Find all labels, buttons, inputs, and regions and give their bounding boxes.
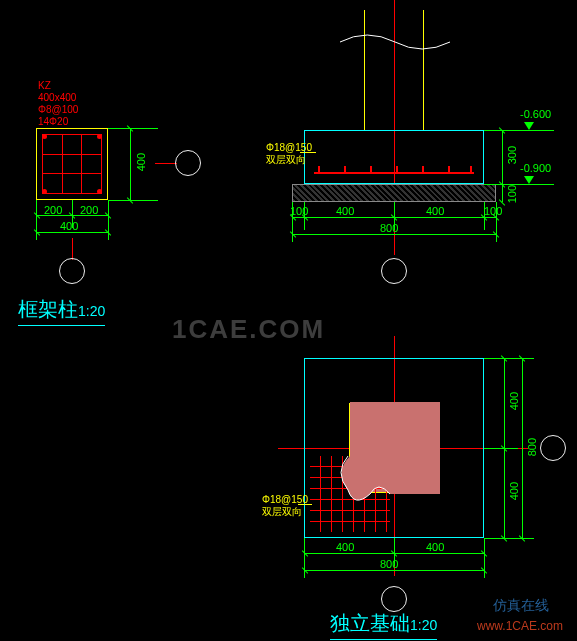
plan-dim-h2: 400 [426, 541, 444, 553]
grid-bubble [175, 150, 201, 176]
grid-bubble [381, 586, 407, 612]
column-outline [36, 128, 108, 200]
col-dim-h1: 200 [44, 204, 62, 216]
plan-dim-v1: 400 [508, 392, 520, 410]
sec-dim-l: 100 [290, 205, 308, 217]
sec-dim-v1: 300 [506, 146, 518, 164]
section-rebar-note: Φ18@150 双层双向 [266, 142, 312, 167]
sec-dim-m2: 400 [426, 205, 444, 217]
column-elevation [364, 10, 424, 130]
plan-rebar-note: Φ18@150 双层双向 [262, 494, 308, 519]
footing-section [304, 130, 484, 184]
column-label: KZ 400x400 Φ8@100 14Φ20 [38, 80, 78, 128]
watermark: 1CAE.COM [172, 314, 325, 345]
cad-viewport[interactable]: KZ 400x400 Φ8@100 14Φ20 400 200 200 400 [0, 0, 577, 641]
sec-dim-tot: 800 [380, 222, 398, 234]
bedding-layer [292, 184, 496, 202]
bottom-rebar [314, 172, 474, 174]
plan-title: 独立基础1:20 [330, 610, 437, 640]
break-mask [310, 402, 490, 538]
grid-bubble [381, 258, 407, 284]
sec-dim-r: 100 [484, 205, 502, 217]
col-dim-h2: 200 [80, 204, 98, 216]
sec-dim-m1: 400 [336, 205, 354, 217]
col-dim-v: 400 [135, 153, 147, 171]
grid-bubble [540, 435, 566, 461]
plan-dim-h1: 400 [336, 541, 354, 553]
col-dim-htot: 400 [60, 220, 78, 232]
sec-dim-v2: 100 [506, 185, 518, 203]
watermark-url: www.1CAE.com [477, 619, 563, 633]
stirrup-outline [42, 134, 102, 194]
column-title: 框架柱1:20 [18, 296, 105, 326]
plan-dim-v2: 400 [508, 482, 520, 500]
break-line [340, 32, 450, 52]
watermark-cn: 仿真在线 [493, 597, 549, 615]
elev-bot: -0.900 [520, 162, 551, 174]
plan-dim-vt: 800 [526, 438, 538, 456]
plan-dim-ht: 800 [380, 558, 398, 570]
grid-bubble [59, 258, 85, 284]
elev-top: -0.600 [520, 108, 551, 120]
